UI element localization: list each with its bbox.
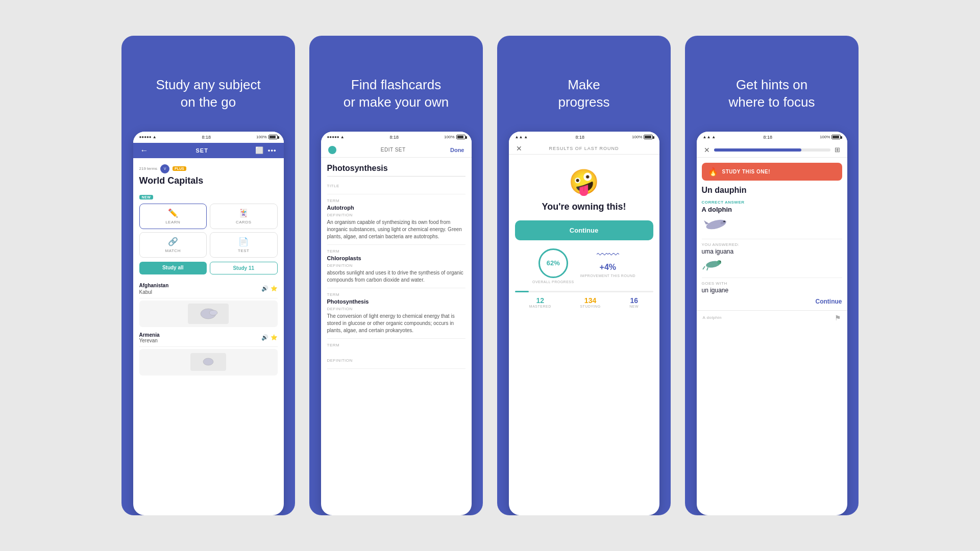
edit-set-label: EDIT SET xyxy=(381,147,406,153)
sound-icon-1[interactable]: 🔊 xyxy=(261,285,268,292)
card4-continue-button[interactable]: Continue xyxy=(702,298,842,305)
nav-bar-4: ✕ ⊞ xyxy=(697,143,847,158)
dolphin-illustration xyxy=(702,216,842,234)
user-answer: uma iguana xyxy=(702,248,842,255)
cards-label: CARDS xyxy=(236,220,252,224)
battery-icon xyxy=(268,135,278,139)
phone-mockup-2: ●●●●● ▲ 8:18 100% EDIT SET Done Photosyn… xyxy=(321,132,472,515)
studying-count: 134 STUDYING xyxy=(580,296,600,308)
def-text-3: The conversion of light energy to chemic… xyxy=(327,313,465,334)
term-row-3: TERM Photosynthesis DEFINITION The conve… xyxy=(327,288,465,339)
mastered-count: 12 MASTERED xyxy=(529,296,551,308)
feature-card-1: Study any subject on the go ●●●●● ▲ 8:18… xyxy=(121,36,295,515)
map-svg-1 xyxy=(188,304,229,324)
circle-icon xyxy=(328,146,336,154)
stats-row: 62% OVERALL PROGRESS 〰〰 +4% IMPROVEMENT … xyxy=(515,248,653,284)
battery-label-3: 100% xyxy=(632,135,642,139)
phone-mockup-3: ▲▲ ▲ 8:18 100% ✕ RESULTS OF LAST ROUND 🤪… xyxy=(509,132,659,515)
progress-fill xyxy=(515,291,529,292)
improvement-stat: 〰〰 +4% IMPROVEMENT THIS ROUND xyxy=(580,248,635,284)
hint-term: Un dauphin xyxy=(702,186,842,195)
title-label: TITLE xyxy=(327,184,465,188)
cards-icon: 🃏 xyxy=(238,208,249,218)
plus-badge: PLUS xyxy=(173,166,186,171)
feature-cards-container: Study any subject on the go ●●●●● ▲ 8:18… xyxy=(101,15,879,536)
cards-mode[interactable]: 🃏 CARDS xyxy=(210,204,278,229)
close-button-3[interactable]: ✕ xyxy=(516,144,522,153)
learn-icon: ✏️ xyxy=(168,208,178,218)
overall-progress-stat: 62% OVERALL PROGRESS xyxy=(532,248,574,284)
test-mode[interactable]: 📄 TEST xyxy=(210,232,278,258)
wifi-icon: ▲ xyxy=(153,135,157,139)
nav-bar-1: ← SET ⬜ ••• xyxy=(133,143,284,158)
time-4: 8:18 xyxy=(763,135,772,140)
test-icon: 📄 xyxy=(238,237,249,246)
match-icon: 🔗 xyxy=(168,237,178,246)
banner-text: STUDY THIS ONE! xyxy=(722,169,771,174)
study-all-button[interactable]: Study all xyxy=(139,262,207,274)
map-image-2 xyxy=(139,349,278,375)
term-word-2: Chloroplasts xyxy=(327,255,465,261)
test-label: TEST xyxy=(238,248,249,253)
goes-with-answer: un iguane xyxy=(702,287,842,294)
nav-bar-2: EDIT SET Done xyxy=(321,143,472,158)
study-buttons: Study all Study 11 xyxy=(139,262,278,274)
done-button[interactable]: Done xyxy=(450,147,464,153)
star-icon-1[interactable]: ⭐ xyxy=(271,285,278,292)
phone-mockup-1: ●●●●● ▲ 8:18 100% ← SET ⬜ ••• xyxy=(133,132,284,515)
you-answered-label: YOU ANSWERED: xyxy=(702,242,842,247)
more-icon[interactable]: ••• xyxy=(268,146,277,154)
card3-text: Make progress xyxy=(537,36,630,132)
fire-icon: 🔥 xyxy=(708,167,718,177)
wifi-icon-2: ▲ xyxy=(340,135,345,139)
new-badge: NEW xyxy=(139,195,154,199)
set-title-1: World Capitals xyxy=(139,176,278,186)
svg-point-8 xyxy=(723,220,725,222)
star-icon-2[interactable]: ⭐ xyxy=(271,334,278,341)
bookmark-icon[interactable]: ⬜ xyxy=(255,146,264,154)
svg-point-11 xyxy=(720,261,721,262)
feature-card-2: Find flashcards or make your own ●●●●● ▲… xyxy=(309,36,483,515)
card4-footer: A dolphin ⚑ xyxy=(697,310,847,325)
status-bar-4: ▲▲ ▲ 8:18 100% xyxy=(697,132,847,143)
iguana-illustration xyxy=(702,257,842,273)
grid-icon[interactable]: ⊞ xyxy=(835,146,840,154)
owning-text: You're owning this! xyxy=(515,202,653,212)
match-mode[interactable]: 🔗 MATCH xyxy=(139,232,207,258)
match-label: MATCH xyxy=(165,248,181,253)
def-label-1: DEFINITION xyxy=(327,213,465,217)
time-3: 8:18 xyxy=(575,135,584,140)
close-button-4[interactable]: ✕ xyxy=(704,146,710,154)
study-11-button[interactable]: Study 11 xyxy=(210,262,278,274)
svg-point-2 xyxy=(209,310,217,315)
flag-icon[interactable]: ⚑ xyxy=(835,314,841,322)
continue-button[interactable]: Continue xyxy=(515,220,653,240)
overall-progress-label: OVERALL PROGRESS xyxy=(532,280,574,284)
svg-line-12 xyxy=(703,266,705,269)
correct-label: CORRECT ANSWER xyxy=(702,200,842,205)
svg-point-5 xyxy=(705,218,727,231)
card2-phone-content: Photosynthesis TITLE TERM Autotroph DEFI… xyxy=(321,158,472,375)
divider xyxy=(515,291,653,292)
def-label-3: DEFINITION xyxy=(327,307,465,311)
new-num: 16 xyxy=(629,296,639,305)
time: 8:18 xyxy=(202,135,211,140)
new-count: 16 NEW xyxy=(629,296,639,308)
wifi-icon-3: ▲ xyxy=(524,135,528,139)
new-label: NEW xyxy=(629,305,639,308)
term-word-1: Autotroph xyxy=(327,205,465,211)
def-text-2: absorbs sunlight and uses it to drive th… xyxy=(327,269,465,284)
mastered-label: MASTERED xyxy=(529,305,551,308)
battery-icon-4 xyxy=(831,135,841,139)
vocab-row-2: Armenia Yerevan 🔊 ⭐ xyxy=(139,329,278,347)
goes-with-label: GOES WITH xyxy=(702,281,842,286)
back-arrow-icon[interactable]: ← xyxy=(140,146,149,155)
study-modes: ✏️ LEARN 🃏 CARDS 🔗 MATCH 📄 TEST xyxy=(139,204,278,258)
time-2: 8:18 xyxy=(390,135,399,140)
battery-icon-3 xyxy=(644,135,653,139)
battery-icon-2 xyxy=(456,135,465,139)
def-text-1: An organism capable of synthesizing its … xyxy=(327,219,465,240)
sound-icon-2[interactable]: 🔊 xyxy=(261,334,268,341)
celebration-emoji: 🤪 xyxy=(515,168,653,196)
learn-mode[interactable]: ✏️ LEARN xyxy=(139,204,207,229)
